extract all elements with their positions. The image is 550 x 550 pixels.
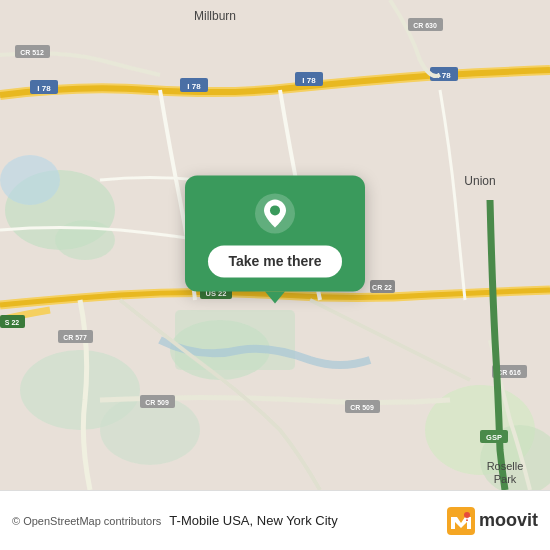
svg-text:Union: Union [464, 174, 495, 188]
take-me-there-button[interactable]: Take me there [208, 245, 341, 277]
svg-text:Millburn: Millburn [194, 9, 236, 23]
svg-text:CR 512: CR 512 [20, 49, 44, 56]
svg-text:CR 509: CR 509 [350, 404, 374, 411]
moovit-logo-icon [447, 507, 475, 535]
svg-text:GSP: GSP [486, 433, 502, 442]
svg-text:CR 616: CR 616 [497, 369, 521, 376]
svg-text:I 78: I 78 [187, 82, 201, 91]
svg-text:CR 630: CR 630 [413, 22, 437, 29]
svg-text:CR 22: CR 22 [372, 284, 392, 291]
svg-text:CR 577: CR 577 [63, 334, 87, 341]
svg-text:S 22: S 22 [5, 319, 20, 326]
bottom-bar: © OpenStreetMap contributors T-Mobile US… [0, 490, 550, 550]
location-pin-icon [253, 191, 297, 235]
svg-point-43 [270, 205, 280, 215]
location-info: T-Mobile USA, New York City [169, 513, 447, 528]
svg-text:CR 509: CR 509 [145, 399, 169, 406]
svg-text:I 78: I 78 [302, 76, 316, 85]
svg-point-2 [0, 155, 60, 205]
popup-card: Take me there [185, 175, 365, 291]
moovit-logo: moovit [447, 507, 538, 535]
copyright-text: © OpenStreetMap contributors [12, 515, 161, 527]
svg-text:Roselle: Roselle [487, 460, 524, 472]
moovit-text: moovit [479, 510, 538, 531]
svg-text:I 78: I 78 [37, 84, 51, 93]
svg-point-45 [464, 512, 470, 518]
map-container: I 78 I 78 I 78 I 78 US 22 CR 22 CR 577 C… [0, 0, 550, 490]
svg-point-3 [55, 220, 115, 260]
svg-text:Park: Park [494, 473, 517, 485]
